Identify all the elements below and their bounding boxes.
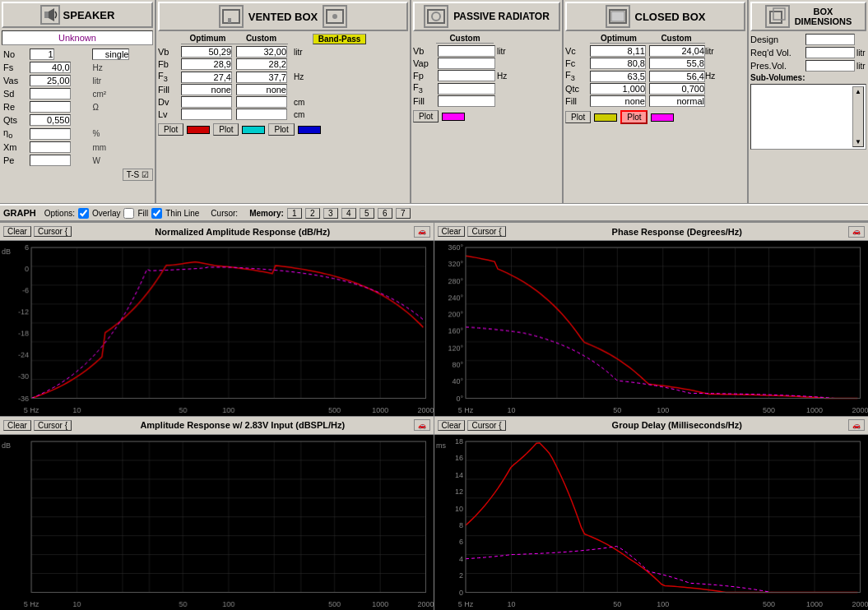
scroll-down[interactable]: ▼ (855, 138, 861, 146)
no-type-input[interactable] (92, 49, 129, 60)
closed-custom-header: Custom (648, 34, 705, 44)
cursor-btn-1[interactable]: Cursor { (34, 226, 72, 237)
vc-label: Vc (565, 46, 590, 56)
lv-custom[interactable] (236, 109, 287, 120)
graph-controls-bar: GRAPH Options: Overlay Fill Thin Line Cu… (0, 204, 868, 222)
sd-input[interactable] (30, 88, 71, 99)
box-dims-title: BOX DIMENSIONS (750, 2, 866, 31)
vented-title: VENTED BOX (158, 2, 408, 31)
f3-closed-optimum[interactable] (590, 71, 646, 82)
graph4-icon[interactable]: 🚗 (848, 419, 865, 431)
qts-input[interactable] (30, 114, 71, 126)
scroll-up[interactable]: ▲ (855, 88, 861, 95)
dv-unit: cm (292, 98, 346, 107)
overlay-checkbox[interactable] (78, 208, 89, 219)
vap-input[interactable] (438, 58, 495, 69)
vas-input[interactable] (30, 75, 71, 86)
f3-passive-label: F3 (413, 82, 436, 95)
vb-passive[interactable] (438, 45, 495, 57)
f3-closed-unit: Hz (705, 72, 730, 81)
fill-closed-optimum[interactable] (590, 95, 646, 107)
fc-custom[interactable] (649, 58, 705, 69)
fill-closed-custom[interactable] (649, 95, 705, 107)
vented-panel: VENTED BOX Optimum Custom Band-Pass Vb (156, 0, 411, 203)
graph1-icon[interactable]: 🚗 (414, 226, 430, 238)
f3-custom[interactable] (236, 72, 287, 83)
fb-optimum[interactable] (181, 58, 232, 70)
fc-optimum[interactable] (590, 58, 646, 69)
vb-custom[interactable] (236, 46, 287, 58)
cursor-btn-2[interactable]: Cursor { (467, 226, 505, 237)
fill-checkbox[interactable] (123, 208, 134, 219)
f3-passive[interactable] (438, 83, 495, 95)
passive-panel: PASSIVE RADIATOR Custom Vb litr Vap Fp (411, 0, 564, 203)
f3-optimum[interactable] (181, 72, 232, 83)
eta-input[interactable] (30, 128, 71, 140)
plot-color-c1 (594, 113, 617, 122)
dv-label: Dv (158, 97, 181, 107)
f3-closed-custom[interactable] (649, 71, 705, 82)
qtc-label: Qtc (565, 84, 590, 94)
plot-btn-v1[interactable]: Plot (158, 123, 183, 136)
plot-btn-c1[interactable]: Plot (565, 111, 591, 123)
thin-line-checkbox[interactable] (151, 208, 162, 219)
mem-btn-1[interactable]: 1 (287, 208, 302, 219)
plot-btn-p[interactable]: Plot (413, 110, 439, 122)
design-label: Design (750, 35, 804, 44)
dv-optimum[interactable] (181, 96, 232, 108)
thin-line-label: Thin Line (165, 209, 199, 218)
vap-label: Vap (413, 58, 436, 68)
pres-vol-input[interactable] (805, 60, 855, 72)
design-input[interactable] (805, 34, 855, 45)
cursor-label: Cursor: (211, 209, 238, 218)
pe-input[interactable] (30, 155, 71, 166)
mem-btn-3[interactable]: 3 (323, 208, 338, 219)
vb-optimum[interactable] (181, 46, 232, 58)
speaker-icon (40, 5, 60, 25)
dv-custom[interactable] (236, 96, 287, 108)
mem-btn-7[interactable]: 7 (396, 208, 411, 219)
cursor-btn-4[interactable]: Cursor { (467, 420, 505, 431)
fb-custom[interactable] (236, 58, 287, 70)
ts-badge[interactable]: T-S ☑ (123, 169, 153, 181)
svg-point-5 (332, 14, 337, 19)
vc-custom[interactable] (649, 45, 705, 57)
closed-panel: CLOSED BOX Optimum Custom Vc litr Fc (564, 0, 749, 203)
cursor-btn-3[interactable]: Cursor { (34, 420, 72, 431)
box-title-line1: BOX (795, 7, 852, 16)
graph-normalized-amplitude: Clear Cursor { Normalized Amplitude Resp… (0, 223, 434, 417)
plot-btn-c2[interactable]: Plot (620, 110, 648, 124)
lv-optimum[interactable] (181, 109, 232, 120)
fp-input[interactable] (438, 70, 495, 81)
mem-btn-5[interactable]: 5 (360, 208, 374, 219)
graph3-icon[interactable]: 🚗 (414, 419, 430, 431)
fill-passive[interactable] (438, 95, 495, 107)
re-input[interactable] (30, 101, 71, 113)
svg-point-7 (432, 12, 440, 21)
fill-passive-label: Fill (413, 96, 436, 106)
ts-parameters-table: No Fs Hz Vas litr Sd (2, 48, 153, 167)
fill-optimum[interactable] (181, 84, 232, 95)
xm-input[interactable] (30, 141, 71, 153)
clear-btn-2[interactable]: Clear (438, 226, 466, 237)
qtc-optimum[interactable] (590, 83, 646, 95)
vc-optimum[interactable] (590, 45, 646, 57)
fill-custom[interactable] (236, 84, 287, 95)
plot-btn-v3[interactable]: Plot (268, 123, 294, 136)
plot-btn-v2[interactable]: Plot (213, 123, 239, 136)
no-input[interactable] (30, 49, 54, 60)
vc-unit: litr (705, 47, 730, 56)
plot-color-v3 (298, 126, 321, 134)
mem-btn-4[interactable]: 4 (341, 208, 356, 219)
fb-label: Fb (158, 59, 181, 69)
req-vol-input[interactable] (805, 47, 855, 58)
clear-btn-4[interactable]: Clear (438, 420, 466, 431)
graph2-icon[interactable]: 🚗 (848, 226, 865, 238)
clear-btn-1[interactable]: Clear (3, 226, 31, 237)
clear-btn-3[interactable]: Clear (3, 420, 31, 431)
fs-input[interactable] (30, 62, 71, 73)
mem-btn-2[interactable]: 2 (305, 208, 320, 219)
mem-btn-6[interactable]: 6 (378, 208, 392, 219)
closed-optimum-header: Optimum (590, 34, 648, 44)
qtc-custom[interactable] (649, 83, 705, 95)
